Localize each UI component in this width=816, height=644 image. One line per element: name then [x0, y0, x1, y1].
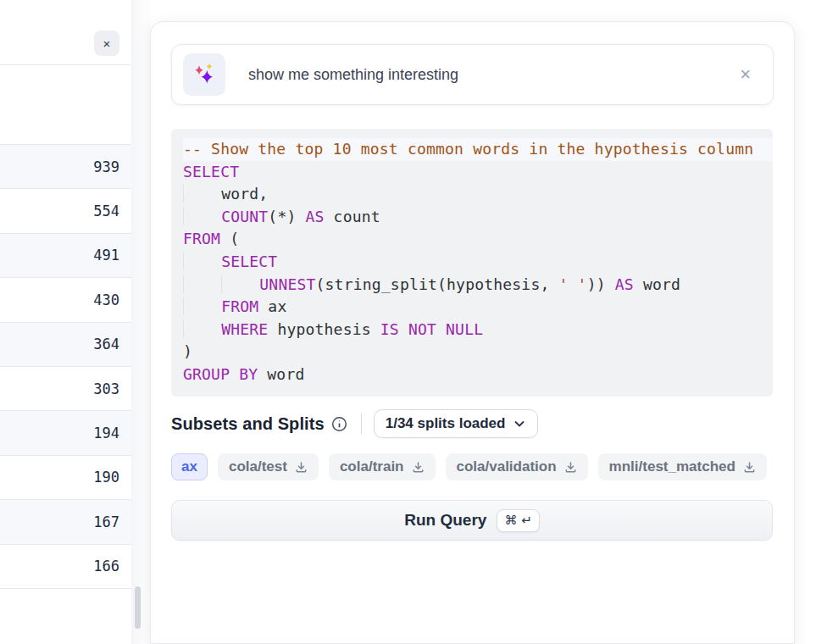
table-row[interactable]: 303 [0, 367, 131, 411]
download-icon[interactable] [564, 461, 577, 474]
sql-line: word, [183, 183, 773, 206]
splits-loaded-label: 1/34 splits loaded [386, 415, 506, 432]
sql-line: SELECT [183, 161, 773, 184]
table-row [0, 66, 131, 145]
sql-code-block[interactable]: -- Show the top 10 most common words in … [171, 129, 773, 397]
sql-line: WHERE hypothesis IS NOT NULL [183, 319, 773, 341]
table-row[interactable]: 167 [0, 500, 131, 544]
split-chip-label: ax [181, 458, 197, 475]
sql-console-panel: show me something interesting × -- Show … [150, 21, 795, 644]
sql-line: UNNEST(string_split(hypothesis, ' ')) AS… [183, 274, 773, 297]
sql-line: FROM ( [183, 228, 773, 251]
close-icon: × [103, 37, 111, 50]
download-icon[interactable] [743, 461, 756, 474]
split-chip-mnli-test-matched[interactable]: mnli/test_matched [598, 453, 767, 480]
table-row[interactable]: 194 [0, 411, 131, 455]
ai-prompt-input[interactable]: show me something interesting × [171, 44, 774, 105]
sql-line: SELECT [183, 251, 773, 274]
split-chip-cola-test[interactable]: cola/test [218, 453, 319, 480]
sql-line: FROM ax [183, 296, 773, 319]
subsets-title: Subsets and Splits [171, 414, 325, 434]
table-row[interactable]: 190 [0, 456, 131, 500]
prompt-text[interactable]: show me something interesting [248, 66, 740, 84]
split-chip-label: cola/validation [457, 458, 557, 475]
split-chip-cola-train[interactable]: cola/train [329, 453, 436, 480]
subsets-header-row: Subsets and Splits 1/34 splits loaded [171, 408, 795, 439]
table-row[interactable]: 939 [0, 145, 131, 189]
splits-loaded-dropdown[interactable]: 1/34 splits loaded [374, 409, 539, 438]
split-chip-label: mnli/test_matched [609, 458, 736, 475]
dataset-viewer-screen: × 939554491430364303194190167166 show me… [0, 0, 816, 644]
download-icon[interactable] [295, 461, 308, 474]
chevron-down-icon [513, 417, 526, 430]
run-query-button[interactable]: Run Query ⌘ ↵ [171, 500, 773, 541]
vertical-scrollbar-thumb[interactable] [135, 586, 141, 629]
table-row[interactable]: 364 [0, 323, 131, 367]
keyboard-shortcut-badge: ⌘ ↵ [497, 509, 539, 532]
table-row[interactable]: 166 [0, 545, 131, 589]
sparkles-icon [183, 53, 225, 96]
sql-line: -- Show the top 10 most common words in … [183, 138, 773, 161]
split-chips-row: axcola/testcola/traincola/validationmnli… [171, 452, 795, 481]
table-row[interactable]: 491 [0, 234, 131, 278]
split-chip-label: cola/train [340, 458, 404, 475]
table-row[interactable]: 430 [0, 278, 131, 322]
sql-line: GROUP BY word [183, 364, 773, 386]
run-query-label: Run Query [404, 511, 486, 530]
results-table-header: × [0, 0, 131, 65]
split-chip-ax[interactable]: ax [171, 453, 208, 480]
clear-prompt-icon[interactable]: × [740, 65, 751, 84]
divider [361, 414, 362, 434]
sql-line: ) [183, 341, 773, 364]
vertical-scrollbar-track[interactable] [131, 0, 150, 644]
close-column-button[interactable]: × [94, 31, 119, 56]
sql-line: COUNT(*) AS count [183, 206, 773, 229]
info-icon[interactable] [331, 416, 347, 432]
download-icon[interactable] [412, 461, 425, 474]
results-rows: 939554491430364303194190167166 [0, 66, 131, 589]
split-chip-cola-validation[interactable]: cola/validation [446, 453, 588, 480]
table-row[interactable]: 554 [0, 189, 131, 233]
split-chip-label: cola/test [229, 458, 287, 475]
results-table-panel: × 939554491430364303194190167166 [0, 0, 131, 644]
